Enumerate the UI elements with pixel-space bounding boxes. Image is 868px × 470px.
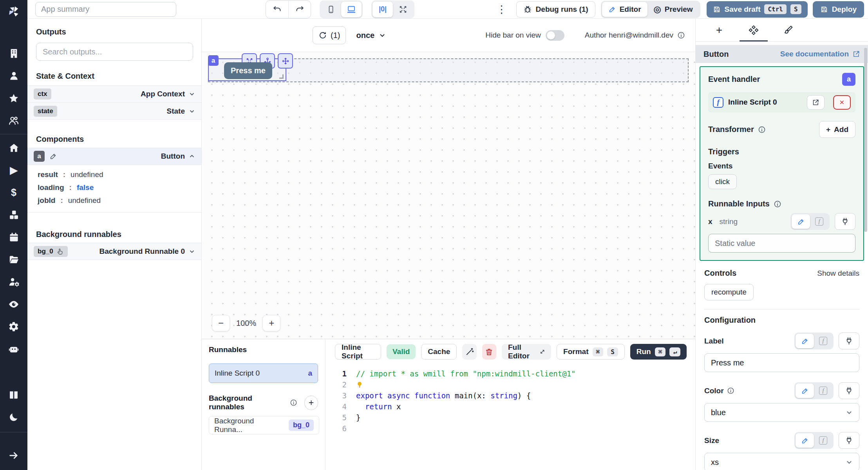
inline-script-tab[interactable]: Inline Script [335, 344, 381, 360]
static-mode-button[interactable] [796, 433, 814, 448]
connect-input-button[interactable] [839, 333, 859, 349]
label-value-input[interactable] [704, 353, 859, 372]
chevron-down-icon[interactable] [189, 248, 195, 255]
debug-runs-button[interactable]: Debug runs (1) [516, 1, 595, 18]
star-icon[interactable] [0, 87, 27, 109]
info-icon[interactable] [290, 399, 297, 407]
see-documentation-link[interactable]: See documentation [780, 50, 860, 58]
chevron-down-icon[interactable] [189, 91, 195, 97]
info-icon[interactable] [727, 387, 734, 394]
eval-mode-button[interactable]: f [814, 433, 832, 448]
bg-runnable-row[interactable]: bg_0 Background Runnable 0 [27, 243, 201, 260]
search-outputs-input[interactable] [36, 43, 193, 61]
hide-bar-toggle[interactable] [546, 30, 564, 41]
folder-open-icon[interactable] [0, 248, 27, 271]
center-layout-button[interactable]: |0| [373, 2, 393, 17]
desktop-view-button[interactable] [341, 2, 362, 17]
selected-component[interactable]: a Press me [208, 58, 286, 81]
connect-input-button[interactable] [835, 213, 855, 230]
info-icon[interactable] [774, 200, 781, 208]
moon-icon[interactable] [0, 406, 27, 428]
tab-insert-component[interactable]: + [702, 19, 736, 41]
code-area[interactable]: 1 2 3 4 5 6 // import * as wmill from "n… [326, 364, 695, 470]
eval-mode-button[interactable]: f [814, 334, 832, 348]
output-loading-row[interactable]: loading:false [27, 181, 201, 194]
tab-styling[interactable] [771, 19, 805, 41]
zoom-in-button[interactable]: + [262, 315, 280, 331]
cache-button[interactable]: Cache [421, 344, 457, 360]
edit-pencil-icon[interactable] [49, 152, 57, 160]
state-row[interactable]: state State [27, 103, 201, 120]
remove-script-button[interactable]: × [833, 95, 851, 110]
ctx-row[interactable]: ctx App Context [27, 85, 201, 103]
dollar-icon[interactable]: $ [0, 181, 27, 204]
static-value-input[interactable] [708, 234, 855, 253]
refresh-button[interactable]: (1) [313, 26, 346, 44]
attached-script-row[interactable]: f Inline Script 0 × [708, 92, 855, 112]
mobile-view-button[interactable] [321, 2, 341, 17]
open-script-button[interactable] [807, 95, 825, 110]
chevron-up-icon[interactable] [189, 153, 195, 159]
app-summary-input[interactable] [35, 2, 176, 17]
schedule-dropdown[interactable]: once [356, 31, 386, 40]
panel-scrollbar[interactable] [864, 48, 867, 232]
click-event-pill[interactable]: click [708, 174, 737, 189]
add-bg-runnable-button[interactable]: + [304, 396, 318, 410]
undo-button[interactable] [266, 1, 288, 18]
play-icon[interactable]: ▶ [0, 159, 27, 181]
eye-icon[interactable] [0, 293, 27, 315]
book-icon[interactable] [0, 383, 27, 406]
runnable-inline-script-item[interactable]: Inline Script 0 a [209, 363, 318, 383]
more-menu-button[interactable]: ⋮ [496, 3, 508, 16]
gear-icon[interactable] [0, 315, 27, 338]
bg-runnable-item[interactable]: Background Runna... bg_0 [209, 416, 319, 434]
save-draft-button[interactable]: Save draft Ctrl S [707, 1, 808, 18]
delete-script-button[interactable] [482, 344, 496, 360]
full-editor-button[interactable]: Full Editor [502, 344, 551, 360]
canvas-grid[interactable]: a Press me − 100% + [202, 52, 695, 338]
move-handle-icon[interactable] [278, 53, 293, 69]
robot-icon[interactable] [0, 338, 27, 360]
size-select[interactable]: xs [704, 453, 859, 470]
output-jobid-row[interactable]: jobId:undefined [27, 194, 201, 207]
eval-mode-button[interactable]: f [814, 383, 832, 398]
canvas-button-component[interactable]: Press me [224, 62, 272, 79]
connect-input-button[interactable] [839, 382, 859, 399]
chevron-down-icon[interactable] [189, 108, 195, 114]
tab-editor[interactable]: Editor [602, 2, 647, 17]
static-mode-button[interactable] [792, 214, 810, 229]
calendar-icon[interactable] [0, 226, 27, 248]
windmill-logo[interactable] [6, 3, 21, 20]
add-transformer-button[interactable]: +Add [819, 121, 855, 138]
connect-input-button[interactable] [839, 432, 859, 449]
ai-wand-button[interactable] [462, 344, 476, 360]
recompute-button[interactable]: recompute [704, 284, 754, 300]
static-mode-button[interactable] [796, 334, 814, 348]
output-result-row[interactable]: result:undefined [27, 168, 201, 181]
color-select[interactable]: blue [704, 403, 859, 422]
input-type: string [720, 217, 738, 226]
show-details-link[interactable]: Show details [817, 269, 859, 278]
user-icon[interactable] [0, 65, 27, 87]
users-icon[interactable] [0, 109, 27, 132]
eval-mode-button[interactable]: f [810, 214, 828, 229]
deploy-button[interactable]: Deploy [813, 1, 864, 18]
home-icon[interactable] [0, 137, 27, 159]
user-gear-icon[interactable] [0, 271, 27, 293]
building-icon[interactable] [0, 42, 27, 65]
zoom-out-button[interactable]: − [212, 315, 230, 331]
tab-preview[interactable]: ◎ Preview [647, 2, 699, 17]
info-icon[interactable] [758, 126, 766, 134]
lightbulb-hint-icon[interactable] [356, 381, 363, 388]
redo-button[interactable] [288, 1, 311, 18]
format-button[interactable]: Format ⌘ S [557, 344, 625, 360]
info-icon[interactable] [677, 31, 685, 39]
run-button[interactable]: Run ⌘ ↵ [630, 344, 687, 360]
tab-component-settings[interactable] [736, 19, 771, 41]
cubes-icon[interactable] [0, 204, 27, 226]
resize-corner-handle[interactable] [279, 74, 284, 79]
component-button-row[interactable]: a Button [27, 148, 201, 165]
fullscreen-layout-button[interactable] [393, 2, 413, 17]
arrow-right-icon[interactable] [0, 444, 27, 466]
static-mode-button[interactable] [796, 383, 814, 398]
